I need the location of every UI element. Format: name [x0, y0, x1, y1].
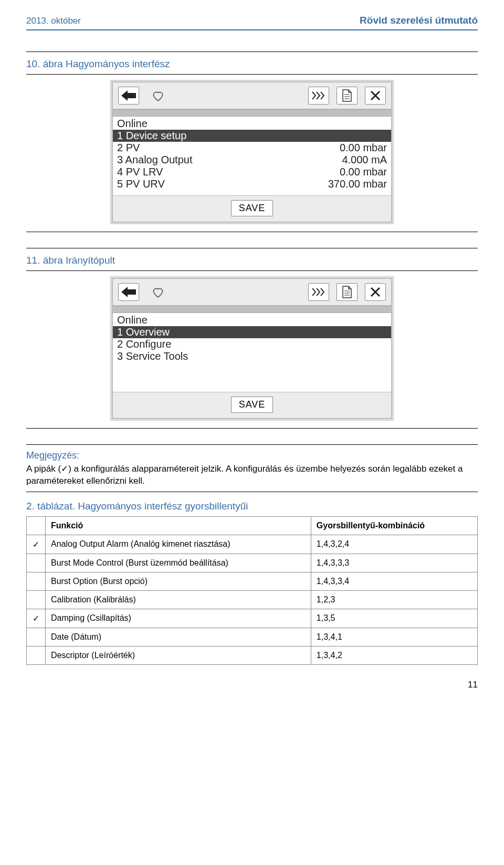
function-cell: Date (Dátum)	[46, 628, 311, 646]
function-cell: Damping (Csillapítás)	[46, 609, 311, 628]
device-spacer	[113, 306, 391, 313]
figure-title-10: 10. ábra Hagyományos interfész	[26, 58, 478, 70]
table-title: 2. táblázat. Hagyományos interfész gyors…	[26, 501, 478, 512]
menu-item-label: 1 Device setup	[117, 130, 186, 142]
document-button[interactable]	[337, 283, 358, 301]
header-title: Rövid szerelési útmutató	[360, 15, 478, 26]
menu-item-value: 0.00 mbar	[340, 142, 387, 154]
note-heading: Megjegyzés:	[26, 450, 478, 461]
document-button[interactable]	[337, 87, 358, 105]
shortcut-table: Funkció Gyorsbillentyű-kombináció ✓Analo…	[26, 516, 478, 665]
function-cell: Descriptor (Leíróérték)	[46, 646, 311, 664]
device-menu: Online 1 Overview2 Configure3 Service To…	[113, 313, 391, 392]
close-icon	[370, 287, 381, 297]
menu-item[interactable]: 1 Device setup	[113, 130, 391, 142]
favorite-button[interactable]	[146, 86, 170, 106]
shortcut-cell: 1,2,3	[311, 590, 477, 609]
check-mark: ✓	[27, 609, 46, 628]
device-spacer	[113, 109, 391, 117]
check-mark	[27, 590, 46, 609]
save-button[interactable]: SAVE	[231, 200, 274, 216]
rule	[26, 248, 478, 248]
shortcut-cell: 1,4,3,3,3	[311, 554, 477, 572]
function-cell: Burst Mode Control (Burst üzemmód beállí…	[46, 554, 311, 572]
table-header-check	[27, 516, 46, 535]
table-row: ✓Damping (Csillapítás)1,3,5	[27, 609, 478, 628]
svg-marker-0	[121, 90, 136, 101]
check-mark	[27, 646, 46, 664]
device-menu: Online 1 Device setup2 PV0.00 mbar3 Anal…	[113, 117, 391, 195]
menu-item-label: 5 PV URV	[117, 178, 165, 190]
menu-item-label: 1 Overview	[117, 326, 170, 338]
shortcut-cell: 1,3,4,2	[311, 646, 477, 664]
table-row: Burst Mode Control (Burst üzemmód beállí…	[27, 554, 478, 572]
check-mark	[27, 554, 46, 572]
forward-button[interactable]	[308, 87, 329, 105]
table-row: Date (Dátum)1,3,4,1	[27, 628, 478, 646]
document-icon	[342, 89, 352, 102]
chevrons-right-icon	[311, 287, 326, 297]
check-mark	[27, 572, 46, 590]
heart-icon	[151, 89, 165, 102]
heart-icon	[151, 285, 165, 299]
arrow-left-icon	[121, 287, 136, 297]
menu-item[interactable]: 3 Service Tools	[113, 350, 391, 362]
table-header-shortcut: Gyorsbillentyű-kombináció	[311, 516, 477, 535]
page-header: 2013. október Rövid szerelési útmutató	[26, 15, 478, 30]
device-toolbar	[113, 279, 391, 306]
rule	[26, 428, 478, 429]
table-row: Burst Option (Burst opció)1,4,3,3,4	[27, 572, 478, 590]
shortcut-cell: 1,3,5	[311, 609, 477, 628]
forward-button[interactable]	[308, 283, 329, 301]
figure-title-11: 11. ábra Irányítópult	[26, 255, 478, 266]
back-button[interactable]	[118, 87, 139, 105]
menu-item-label: 2 PV	[117, 142, 140, 154]
function-cell: Calibration (Kalibrálás)	[46, 590, 311, 609]
menu-item[interactable]: 5 PV URV370.00 mbar	[113, 178, 391, 190]
table-row: Descriptor (Leíróérték)1,3,4,2	[27, 646, 478, 664]
save-button[interactable]: SAVE	[231, 397, 274, 413]
close-button[interactable]	[365, 87, 386, 105]
menu-header: Online	[113, 313, 391, 326]
menu-item-value: 4.000 mA	[342, 154, 387, 166]
rule	[26, 270, 478, 271]
rule	[26, 74, 478, 75]
menu-item-label: 3 Analog Output	[117, 154, 192, 166]
menu-item[interactable]: 1 Overview	[113, 326, 391, 338]
menu-header: Online	[113, 117, 391, 130]
document-icon	[342, 286, 352, 298]
close-button[interactable]	[365, 283, 386, 301]
header-date: 2013. október	[26, 16, 81, 26]
favorite-button[interactable]	[146, 282, 170, 302]
menu-item-label: 2 Configure	[117, 338, 171, 350]
function-cell: Analog Output Alarm (Analóg kimenet rias…	[46, 535, 311, 554]
device-toolbar	[113, 82, 391, 109]
menu-item-value: 370.00 mbar	[328, 178, 387, 190]
rule	[26, 492, 478, 492]
back-button[interactable]	[118, 283, 139, 301]
menu-item[interactable]: 2 PV0.00 mbar	[113, 142, 391, 154]
menu-item-label: 3 Service Tools	[117, 350, 188, 362]
rule	[26, 444, 478, 445]
device-screenshot-10: Online 1 Device setup2 PV0.00 mbar3 Anal…	[110, 80, 394, 224]
table-row: ✓Analog Output Alarm (Analóg kimenet ria…	[27, 535, 478, 554]
menu-item[interactable]: 2 Configure	[113, 338, 391, 350]
device-screenshot-11: Online 1 Overview2 Configure3 Service To…	[110, 276, 394, 421]
close-icon	[370, 90, 381, 101]
check-mark	[27, 628, 46, 646]
shortcut-cell: 1,3,4,1	[311, 628, 477, 646]
page-number: 11	[26, 680, 478, 690]
menu-item-label: 4 PV LRV	[117, 166, 163, 178]
arrow-left-icon	[121, 90, 136, 101]
menu-item-value: 0.00 mbar	[340, 166, 387, 178]
menu-item[interactable]: 4 PV LRV0.00 mbar	[113, 166, 391, 178]
menu-item[interactable]: 3 Analog Output4.000 mA	[113, 154, 391, 166]
rule	[26, 232, 478, 232]
function-cell: Burst Option (Burst opció)	[46, 572, 311, 590]
chevrons-right-icon	[311, 91, 326, 100]
check-mark: ✓	[27, 535, 46, 554]
note-body: A pipák (✓) a konfigurálás alapparaméter…	[26, 463, 478, 487]
svg-marker-1	[121, 287, 136, 297]
note-block: Megjegyzés: A pipák (✓) a konfigurálás a…	[26, 450, 478, 487]
shortcut-cell: 1,4,3,3,4	[311, 572, 477, 590]
